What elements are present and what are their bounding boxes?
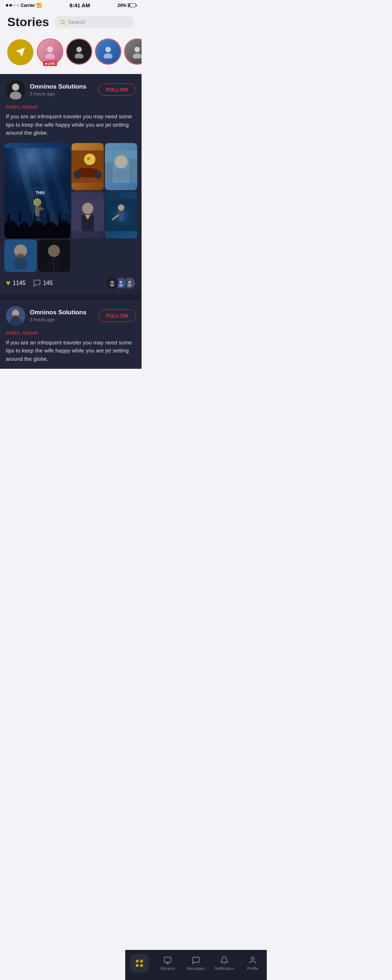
- heart-icon-1: ♥: [6, 278, 11, 288]
- post-text-2: If you are an infrequent traveler you ma…: [0, 339, 142, 369]
- status-carrier: Carrier 📶: [6, 3, 42, 8]
- post-text-1: If you are an infrequent traveler you ma…: [0, 113, 142, 143]
- svg-rect-28: [59, 214, 61, 222]
- image-concert[interactable]: THIS: [4, 143, 70, 239]
- svg-rect-30: [35, 206, 40, 216]
- moto-svg: [72, 143, 104, 190]
- story-gold-circle: [7, 39, 33, 65]
- svg-point-40: [94, 170, 102, 178]
- stories-scroll: LIVE: [0, 38, 142, 67]
- svg-rect-45: [129, 158, 137, 183]
- story-send[interactable]: [7, 39, 33, 65]
- story-avatar-wrap-1: LIVE: [38, 39, 62, 64]
- concert-svg: THIS: [4, 143, 70, 239]
- post-avatar-img-1: [6, 80, 25, 99]
- story-border-2: [66, 38, 92, 65]
- portrait-svg: [4, 240, 37, 272]
- story-avatar-wrap-2: [67, 39, 91, 64]
- like-count-1: 1145: [13, 280, 26, 286]
- svg-point-65: [111, 281, 114, 283]
- page-header: Stories Search: [0, 11, 142, 35]
- live-label: LIVE: [48, 62, 55, 65]
- story-avatar-wrap-3: [96, 39, 121, 64]
- svg-rect-25: [19, 212, 21, 221]
- post-card-2: Omninos Solutions 2 hours ago FOLLOW #re…: [0, 300, 142, 369]
- svg-text:THIS: THIS: [35, 190, 45, 194]
- image-tattoo[interactable]: [38, 240, 70, 272]
- search-placeholder: Search: [68, 19, 85, 25]
- feed-separator: [0, 297, 142, 300]
- post-time-2: 2 hours ago: [30, 317, 98, 322]
- like-action-1[interactable]: ♥ 1145: [6, 278, 26, 288]
- image-motorcycle[interactable]: [72, 143, 104, 190]
- svg-point-58: [13, 258, 28, 269]
- svg-rect-44: [105, 162, 113, 183]
- story-live-1[interactable]: LIVE: [38, 39, 62, 65]
- send-icon: [15, 47, 26, 58]
- post-time-1: 2 hours ago: [30, 91, 98, 97]
- story-3[interactable]: [96, 39, 121, 65]
- svg-point-42: [115, 155, 128, 168]
- liker-img-1: [108, 280, 116, 287]
- status-battery: 20%: [118, 3, 136, 8]
- search-bar[interactable]: Search: [55, 16, 134, 28]
- status-bar: Carrier 📶 9:41 AM 20%: [0, 0, 142, 11]
- post-avatar-1[interactable]: [6, 80, 25, 99]
- svg-point-37: [87, 157, 90, 160]
- post-likers-1[interactable]: [106, 277, 136, 289]
- comment-count-1: 145: [43, 280, 53, 286]
- page-title: Stories: [7, 15, 49, 29]
- carrier-label: Carrier: [21, 3, 35, 8]
- liker-avatar-1: [106, 277, 118, 289]
- svg-rect-53: [119, 210, 123, 221]
- liker-img-2: [117, 280, 124, 287]
- svg-rect-27: [47, 212, 49, 221]
- liker-img-3: [126, 280, 133, 287]
- follow-button-1[interactable]: FOLLOW: [98, 83, 136, 96]
- svg-point-43: [113, 169, 129, 180]
- svg-rect-32: [40, 204, 41, 210]
- svg-point-68: [120, 281, 122, 283]
- svg-point-60: [48, 245, 60, 257]
- svg-point-29: [33, 198, 41, 206]
- tattoo-svg: [38, 240, 70, 272]
- wifi-icon: 📶: [36, 3, 42, 8]
- post-user-info-1: Omninos Solutions 2 hours ago: [30, 83, 98, 97]
- dance-svg: [105, 191, 137, 239]
- comment-icon-1: [33, 279, 41, 287]
- svg-rect-24: [8, 214, 10, 224]
- image-suit[interactable]: [72, 191, 104, 239]
- image-portrait[interactable]: [4, 240, 37, 272]
- post-tags-2: #relex, #travel: [0, 330, 142, 339]
- svg-point-39: [73, 170, 81, 178]
- svg-point-11: [12, 83, 19, 91]
- story-border-3: [95, 38, 121, 65]
- post-username-1: Omninos Solutions: [30, 83, 98, 91]
- suit-svg: [72, 191, 104, 239]
- image-dancer[interactable]: [105, 191, 137, 239]
- live-badge: LIVE: [43, 61, 57, 66]
- post-user-info-2: Omninos Solutions 2 hours ago: [30, 309, 98, 322]
- post-tags-1: #relex, #travel: [0, 104, 142, 113]
- svg-point-71: [129, 281, 131, 283]
- post-image-grid-1: THIS: [0, 143, 142, 272]
- post-card-1: Omninos Solutions 2 hours ago FOLLOW #re…: [0, 74, 142, 294]
- feed: Omninos Solutions 2 hours ago FOLLOW #re…: [0, 74, 142, 369]
- story-border-4: [124, 38, 142, 65]
- comment-action-1[interactable]: 145: [33, 279, 53, 287]
- status-time: 9:41 AM: [69, 2, 90, 8]
- post-header-1: Omninos Solutions 2 hours ago FOLLOW: [0, 74, 142, 104]
- post-actions-1: ♥ 1145 145: [0, 272, 142, 294]
- story-2[interactable]: [67, 39, 91, 65]
- svg-point-47: [82, 202, 93, 214]
- story-4[interactable]: [125, 39, 142, 65]
- post-username-2: Omninos Solutions: [30, 309, 98, 316]
- building-svg: [105, 143, 137, 190]
- svg-point-66: [110, 284, 114, 287]
- follow-button-2[interactable]: FOLLOW: [98, 310, 136, 322]
- post-avatar-2[interactable]: [6, 306, 25, 326]
- image-building[interactable]: [105, 143, 137, 190]
- post-avatar-img-2: [6, 306, 25, 326]
- svg-line-1: [64, 23, 65, 25]
- stories-section: LIVE: [0, 35, 142, 74]
